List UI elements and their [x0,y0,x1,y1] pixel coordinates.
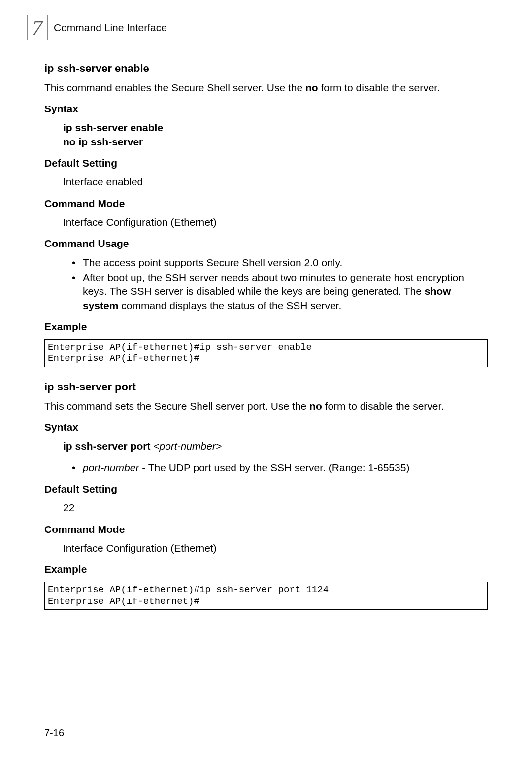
syntax-block: ip ssh-server enable no ip ssh-server [63,121,488,149]
command-mode-value: Interface Configuration (Ethernet) [63,215,488,229]
syntax-line: ip ssh-server enable [63,121,488,135]
list-item: The access point supports Secure Shell v… [72,256,488,270]
desc-bold: no [305,82,318,93]
list-item: After boot up, the SSH server needs abou… [72,271,488,313]
syntax-block: ip ssh-server port <port-number> [63,439,488,453]
desc-text: This command sets the Secure Shell serve… [44,400,309,412]
chapter-number-box: 7 [27,15,48,40]
example-code-box: Enterprise AP(if-ethernet)#ip ssh-server… [44,582,488,610]
chapter-number: 7 [32,13,43,42]
command-mode-label: Command Mode [44,197,488,211]
usage-text: command displays the status of the SSH s… [118,300,341,311]
command-description: This command enables the Secure Shell se… [44,81,488,95]
command-description: This command sets the Secure Shell serve… [44,399,488,413]
list-item: port-number - The UDP port used by the S… [72,461,488,475]
usage-text: After boot up, the SSH server needs abou… [83,272,464,297]
syntax-label: Syntax [44,421,488,434]
command-mode-label: Command Mode [44,523,488,536]
command-title: ip ssh-server enable [44,61,488,76]
syntax-bold: ip ssh-server port [63,440,153,452]
desc-bold: no [309,400,322,412]
command-section-1: ip ssh-server enable This command enable… [44,61,488,367]
example-label: Example [44,563,488,576]
syntax-label: Syntax [44,102,488,116]
usage-list: The access point supports Secure Shell v… [72,256,488,313]
command-section-2: ip ssh-server port This command sets the… [44,380,488,610]
default-setting-label: Default Setting [44,482,488,496]
desc-text: This command enables the Secure Shell se… [44,82,305,93]
default-setting-label: Default Setting [44,156,488,170]
default-setting-value: Interface enabled [63,175,488,189]
page-number: 7-16 [44,726,64,739]
default-setting-value: 22 [63,501,488,515]
desc-text: form to disable the server. [318,82,440,93]
example-code-box: Enterprise AP(if-ethernet)#ip ssh-server… [44,339,488,368]
param-list: port-number - The UDP port used by the S… [72,461,488,475]
chapter-header: 7 Command Line Interface [27,15,488,40]
desc-text: form to disable the server. [322,400,444,412]
param-desc: - The UDP port used by the SSH server. (… [139,462,409,473]
command-usage-label: Command Usage [44,237,488,250]
command-title: ip ssh-server port [44,380,488,394]
syntax-italic: <port-number> [153,440,222,452]
syntax-line: no ip ssh-server [63,135,488,149]
chapter-title: Command Line Interface [54,21,167,35]
example-label: Example [44,320,488,334]
command-mode-value: Interface Configuration (Ethernet) [63,541,488,555]
param-name: port-number [83,462,139,473]
